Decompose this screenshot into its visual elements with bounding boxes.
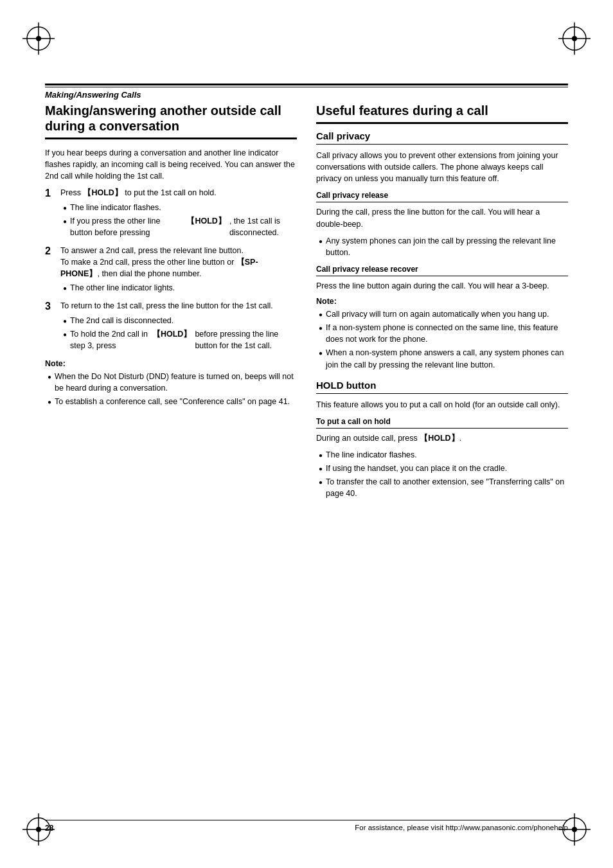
hold-bullet-2: If using the handset, you can place it o…: [319, 463, 568, 474]
left-note: Note: When the Do Not Disturb (DND) feat…: [45, 359, 297, 407]
step-3-bullet-2: To hold the 2nd call in step 3, press 【H…: [63, 328, 297, 351]
step-2-spphone: 【SP-PHONE】: [60, 258, 258, 278]
right-column: Useful features during a call Call priva…: [316, 103, 568, 804]
header-title: Making/Answering Calls: [45, 87, 568, 102]
step-2-num: 2: [45, 245, 57, 297]
call-privacy-release-recover: Call privacy release recover Press the l…: [316, 265, 568, 371]
svg-point-7: [572, 36, 577, 41]
call-privacy-release-bullets: Any system phones can join the call by p…: [319, 235, 568, 258]
svg-point-3: [36, 36, 41, 41]
step-3-bullets: The 2nd call is disconnected. To hold th…: [63, 315, 297, 351]
left-note-bullet-2: To establish a conference call, see "Con…: [48, 396, 297, 407]
step-1-content: Press 【HOLD】 to put the 1st call on hold…: [60, 187, 297, 241]
call-privacy-release-title: Call privacy release: [316, 191, 568, 202]
right-section-title: Useful features during a call: [316, 103, 568, 124]
step-1-bullets: The line indicator flashes. If you press…: [63, 202, 297, 238]
step-2-content: To answer a 2nd call, press the relevant…: [60, 245, 297, 297]
call-privacy-note-bullet-3: When a non-system phone answers a call, …: [319, 347, 568, 370]
left-note-label: Note:: [45, 359, 297, 368]
step-3: 3 To return to the 1st call, press the l…: [45, 300, 297, 354]
put-call-on-hold: To put a call on hold During an outside …: [316, 417, 568, 500]
left-column: Making/answering another outside call du…: [45, 103, 297, 804]
put-call-on-hold-bullets: The line indicator flashes. If using the…: [319, 449, 568, 500]
hold-button-bold: 【HOLD】: [420, 434, 459, 443]
hold-button-title: HOLD button: [316, 380, 568, 394]
call-privacy-release-bullet-1: Any system phones can join the call by p…: [319, 235, 568, 258]
call-privacy-section: Call privacy Call privacy allows you to …: [316, 130, 568, 371]
step-1-bullet-2: If you press the other line button befor…: [63, 215, 297, 238]
left-note-bullet-1: When the Do Not Disturb (DND) feature is…: [48, 371, 297, 394]
hold-button-intro: This feature allows you to put a call on…: [316, 399, 568, 411]
page: Making/Answering Calls Making/answering …: [0, 0, 613, 868]
step-2-bullets: The other line indicator lights.: [63, 282, 297, 294]
content-area: Making/answering another outside call du…: [45, 103, 568, 804]
header-rule-top: [45, 84, 568, 85]
left-note-bullets: When the Do Not Disturb (DND) feature is…: [48, 371, 297, 407]
footer-page-number: 28: [45, 824, 53, 833]
call-privacy-intro: Call privacy allows you to prevent other…: [316, 150, 568, 184]
call-privacy-release-recover-title: Call privacy release recover: [316, 265, 568, 276]
svg-point-15: [572, 827, 577, 832]
step-1: 1 Press 【HOLD】 to put the 1st call on ho…: [45, 187, 297, 241]
left-section-title: Making/answering another outside call du…: [45, 103, 297, 139]
step-1-hold: 【HOLD】: [83, 188, 122, 197]
call-privacy-note-label: Note:: [316, 297, 568, 306]
step-1-bullet-1: The line indicator flashes.: [63, 202, 297, 213]
left-intro-para: If you hear beeps during a conversation …: [45, 147, 297, 182]
put-call-on-hold-title: To put a call on hold: [316, 417, 568, 429]
footer: 28 For assistance, please visit http://w…: [45, 820, 568, 833]
call-privacy-release-recover-para: Press the line button again during the c…: [316, 280, 568, 292]
put-call-on-hold-para: During an outside call, press 【HOLD】.: [316, 432, 568, 444]
step-3-bullet-1: The 2nd call is disconnected.: [63, 315, 297, 326]
corner-mark-tr: [555, 19, 594, 58]
footer-url: For assistance, please visit http://www.…: [355, 824, 568, 833]
hold-bullet-3: To transfer the call to another extensio…: [319, 476, 568, 499]
step-1-num: 1: [45, 187, 57, 241]
header-area: Making/Answering Calls: [45, 84, 568, 102]
call-privacy-title: Call privacy: [316, 130, 568, 145]
corner-mark-tl: [19, 19, 58, 58]
step-3-content: To return to the 1st call, press the lin…: [60, 300, 297, 354]
call-privacy-note-bullets: Call privacy will turn on again automati…: [319, 308, 568, 371]
step-3-num: 3: [45, 300, 57, 354]
call-privacy-note: Note: Call privacy will turn on again au…: [316, 297, 568, 371]
call-privacy-release: Call privacy release During the call, pr…: [316, 191, 568, 258]
call-privacy-release-para: During the call, press the line button f…: [316, 206, 568, 229]
call-privacy-note-bullet-2: If a non-system phone is connected on th…: [319, 322, 568, 345]
hold-button-section: HOLD button This feature allows you to p…: [316, 380, 568, 500]
step-2: 2 To answer a 2nd call, press the releva…: [45, 245, 297, 297]
svg-point-11: [36, 827, 41, 832]
step-2-bullet-1: The other line indicator lights.: [63, 282, 297, 294]
hold-bullet-1: The line indicator flashes.: [319, 449, 568, 461]
call-privacy-note-bullet-1: Call privacy will turn on again automati…: [319, 308, 568, 320]
